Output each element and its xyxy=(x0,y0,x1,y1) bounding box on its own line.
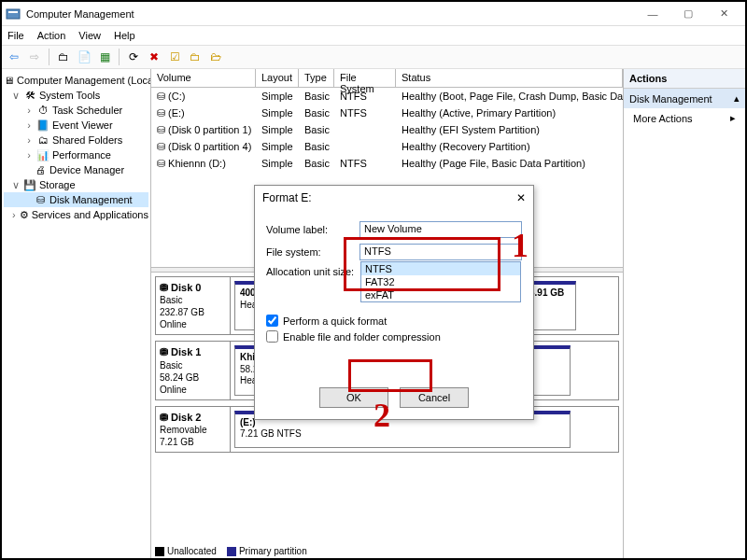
disk-info: ⛃ Disk 1Basic58.24 GBOnline xyxy=(156,342,231,399)
tree-performance[interactable]: Performance xyxy=(52,149,111,161)
forward-button[interactable]: ⇨ xyxy=(26,49,43,65)
fs-option-ntfs[interactable]: NTFS xyxy=(361,262,520,275)
event-icon: 📘 xyxy=(36,119,49,132)
window-title: Computer Management xyxy=(26,8,134,20)
minimize-button[interactable]: — xyxy=(635,2,670,26)
tree-task-scheduler[interactable]: Task Scheduler xyxy=(52,105,122,116)
computer-icon: 🖥 xyxy=(4,74,14,87)
back-button[interactable]: ⇦ xyxy=(6,49,22,65)
maximize-button[interactable]: ▢ xyxy=(670,2,706,26)
expand-icon[interactable]: ∨ xyxy=(11,179,21,191)
services-icon: ⚙ xyxy=(20,208,29,221)
compression-label: Enable file and folder compression xyxy=(283,331,441,343)
file-system-label: File system: xyxy=(266,246,359,258)
expand-icon[interactable]: › xyxy=(24,134,34,146)
tree-storage[interactable]: Storage xyxy=(39,179,76,190)
fs-option-fat32[interactable]: FAT32 xyxy=(361,275,520,288)
menu-help[interactable]: Help xyxy=(114,30,135,41)
tree-disk-management[interactable]: Disk Management xyxy=(49,194,133,205)
actions-more[interactable]: More Actions▸ xyxy=(624,108,745,128)
storage-icon: 💾 xyxy=(23,178,36,191)
shared-icon: 🗂 xyxy=(36,133,49,147)
up-button[interactable]: 🗀 xyxy=(55,49,72,65)
col-layout[interactable]: Layout xyxy=(256,69,299,87)
annotation-number-1: 1 xyxy=(512,226,529,265)
expand-icon[interactable]: › xyxy=(11,209,17,220)
volume-name: (E:) xyxy=(168,107,185,119)
volume-row[interactable]: ⛁ Khiennn (D:)SimpleBasicNTFSHealthy (Pa… xyxy=(151,155,623,172)
refresh-button[interactable]: ⟳ xyxy=(125,49,142,65)
quick-format-checkbox[interactable] xyxy=(266,315,278,327)
folder-button[interactable]: 🗀 xyxy=(187,49,204,65)
annotation-number-2: 2 xyxy=(374,396,390,435)
dialog-close-button[interactable]: ✕ xyxy=(516,191,526,204)
navigation-tree[interactable]: 🖥Computer Management (Local) ∨🛠System To… xyxy=(2,69,151,558)
app-icon xyxy=(6,7,21,21)
close-button[interactable]: ✕ xyxy=(706,2,741,26)
actions-header: Actions xyxy=(624,69,745,89)
file-system-select[interactable]: NTFS NTFS FAT32 exFAT xyxy=(359,244,522,260)
delete-button[interactable]: ✖ xyxy=(146,49,162,65)
allocation-unit-label: Allocation unit size: xyxy=(266,266,359,277)
menu-action[interactable]: Action xyxy=(37,30,66,41)
disk-info: ⛃ Disk 2Removable7.21 GB xyxy=(156,407,231,452)
refresh-view-button[interactable]: ▦ xyxy=(96,49,113,65)
volume-label-label: Volume label: xyxy=(266,224,359,235)
col-status[interactable]: Status xyxy=(396,69,623,87)
volume-name: (Disk 0 partition 4) xyxy=(168,141,251,152)
expand-icon[interactable]: › xyxy=(24,149,34,161)
quick-format-label: Perform a quick format xyxy=(283,315,387,327)
compression-checkbox[interactable] xyxy=(266,330,278,343)
volume-list-header: Volume Layout Type File System Status xyxy=(151,69,623,88)
volume-icon: ⛁ xyxy=(157,158,165,169)
tools-icon: 🛠 xyxy=(23,89,36,102)
col-fs[interactable]: File System xyxy=(334,69,396,87)
section-arrow-icon: ▴ xyxy=(734,92,740,105)
volume-row[interactable]: ⛁ (Disk 0 partition 1)SimpleBasicHealthy… xyxy=(151,121,623,138)
col-volume[interactable]: Volume xyxy=(151,69,256,87)
volume-row[interactable]: ⛁ (C:)SimpleBasicNTFSHealthy (Boot, Page… xyxy=(151,88,623,105)
cancel-button[interactable]: Cancel xyxy=(400,387,469,408)
tree-root[interactable]: Computer Management (Local) xyxy=(17,75,151,86)
check-button[interactable]: ☑ xyxy=(166,49,183,65)
volume-label-input[interactable]: New Volume xyxy=(359,221,522,238)
volume-row[interactable]: ⛁ (Disk 0 partition 4)SimpleBasicHealthy… xyxy=(151,138,623,155)
menu-view[interactable]: View xyxy=(78,30,101,41)
tree-event-viewer[interactable]: Event Viewer xyxy=(52,119,113,131)
tree-shared-folders[interactable]: Shared Folders xyxy=(52,134,122,146)
actions-section[interactable]: Disk Management▴ xyxy=(624,89,745,108)
scheduler-icon: ⏱ xyxy=(36,104,49,117)
tree-system-tools[interactable]: System Tools xyxy=(39,90,100,101)
fs-option-exfat[interactable]: exFAT xyxy=(361,288,520,301)
volume-row[interactable]: ⛁ (E:)SimpleBasicNTFSHealthy (Active, Pr… xyxy=(151,105,623,121)
file-system-dropdown[interactable]: NTFS FAT32 exFAT xyxy=(360,261,521,302)
expand-icon[interactable]: ∨ xyxy=(11,90,21,102)
dialog-title: Format E: xyxy=(262,191,312,204)
more-arrow-icon: ▸ xyxy=(730,112,736,124)
tree-device-manager[interactable]: Device Manager xyxy=(49,164,124,175)
volume-icon: ⛁ xyxy=(157,124,165,135)
explore-button[interactable]: 🗁 xyxy=(207,49,224,65)
perf-icon: 📊 xyxy=(36,148,49,161)
volume-name: Khiennn (D:) xyxy=(168,158,226,169)
device-icon: 🖨 xyxy=(34,163,47,176)
disk-icon: ⛁ xyxy=(34,193,47,206)
volume-icon: ⛁ xyxy=(157,141,165,152)
format-dialog: Format E: ✕ Volume label: New Volume Fil… xyxy=(254,185,534,420)
col-type[interactable]: Type xyxy=(299,69,334,87)
volume-icon: ⛁ xyxy=(157,107,165,119)
svg-rect-1 xyxy=(8,11,18,13)
expand-icon[interactable]: › xyxy=(24,119,34,131)
menu-file[interactable]: File xyxy=(7,30,24,41)
disk-info: ⛃ Disk 0Basic232.87 GBOnline xyxy=(156,277,231,334)
tree-services[interactable]: Services and Applications xyxy=(32,209,148,220)
expand-icon[interactable]: › xyxy=(24,105,34,116)
svg-rect-0 xyxy=(7,9,20,19)
volume-name: (Disk 0 partition 1) xyxy=(168,124,251,135)
volume-icon: ⛁ xyxy=(157,91,165,102)
properties-button[interactable]: 📄 xyxy=(76,49,92,65)
volume-name: (C:) xyxy=(168,91,185,102)
legend: Unallocated Primary partition xyxy=(151,544,623,558)
